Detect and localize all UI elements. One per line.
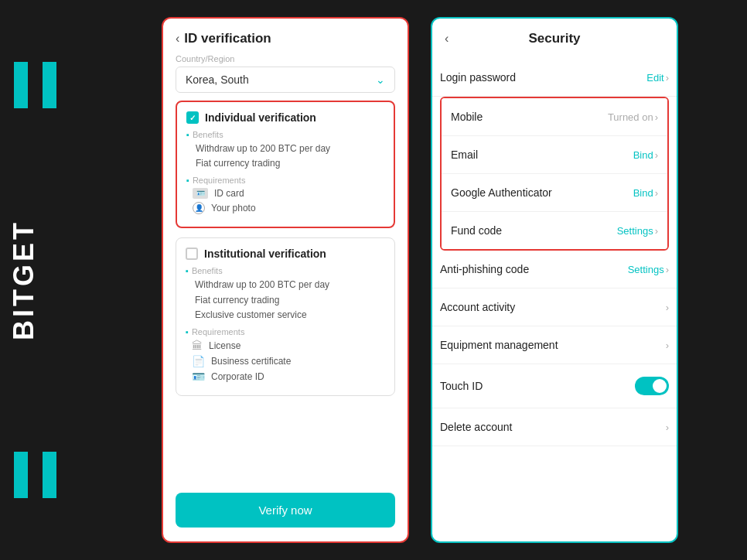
- chevron-right-icon-fund: ›: [655, 225, 658, 237]
- email-label: Email: [451, 149, 478, 161]
- delete-account-item[interactable]: Delete account ›: [432, 408, 677, 446]
- anti-phishing-label: Anti-phishing code: [440, 263, 529, 275]
- touch-id-toggle[interactable]: [635, 377, 669, 395]
- institutional-card-header: Institutional verification: [186, 248, 385, 260]
- individual-benefit-2: Fiat currency trading: [186, 156, 384, 171]
- back-button-left[interactable]: ‹: [176, 32, 179, 46]
- individual-req-1: 🪪 ID card: [186, 188, 384, 199]
- country-section: Country/Region Korea, South ⌄: [163, 54, 408, 101]
- mobile-right: Turned on ›: [608, 111, 658, 123]
- person-icon: 👤: [193, 202, 205, 214]
- chevron-right-icon-equipment: ›: [666, 340, 669, 351]
- verify-now-button[interactable]: Verify now: [176, 493, 395, 528]
- country-value: Korea, South: [186, 73, 249, 86]
- individual-benefits-label: Benefits: [186, 130, 384, 139]
- institutional-verification-card[interactable]: Institutional verification Benefits With…: [176, 237, 395, 396]
- touch-id-label: Touch ID: [440, 380, 483, 392]
- mobile-status: Turned on: [608, 111, 653, 123]
- chevron-down-icon: ⌄: [376, 73, 385, 86]
- account-activity-right: ›: [666, 302, 669, 313]
- equipment-management-right: ›: [666, 340, 669, 351]
- back-button-right[interactable]: ‹: [445, 32, 449, 46]
- equipment-management-item[interactable]: Equipment management ›: [432, 326, 677, 364]
- logo-area: BITGET: [0, 0, 108, 560]
- chevron-right-icon-login: ›: [666, 72, 669, 84]
- fund-code-label: Fund code: [451, 224, 502, 237]
- mobile-label: Mobile: [451, 111, 483, 123]
- institutional-benefit-1: Withdraw up to 200 BTC per day: [186, 278, 385, 292]
- individual-card-title: Individual verification: [205, 111, 316, 124]
- brand-logo: BITGET: [8, 220, 40, 340]
- security-highlight-section: Mobile Turned on › Email Bind ›: [440, 97, 669, 251]
- email-item[interactable]: Email Bind ›: [442, 136, 667, 174]
- institutional-checkbox[interactable]: [186, 248, 198, 260]
- teal-bar-top-right: [43, 62, 56, 108]
- country-dropdown[interactable]: Korea, South ⌄: [176, 67, 395, 93]
- individual-req-2: 👤 Your photo: [186, 202, 384, 214]
- teal-bar-top-left: [14, 62, 28, 108]
- fund-code-action: Settings: [617, 225, 653, 237]
- login-password-action: Edit: [646, 72, 663, 84]
- institutional-benefit-2: Fiat currency trading: [186, 293, 385, 308]
- individual-benefit-1: Withdraw up to 200 BTC per day: [186, 142, 384, 156]
- chevron-right-icon-email: ›: [655, 149, 658, 161]
- chevron-right-icon-delete: ›: [666, 422, 669, 433]
- individual-requirements-label: Requirements: [186, 176, 384, 185]
- panel-header: ‹ ID verification: [163, 19, 408, 54]
- account-activity-item[interactable]: Account activity ›: [432, 289, 677, 326]
- google-auth-label: Google Authenticator: [451, 186, 552, 199]
- institutional-req-2: 📄 Business certificate: [186, 355, 385, 367]
- delete-account-label: Delete account: [440, 421, 512, 433]
- security-header: ‹ Security: [432, 19, 677, 59]
- individual-verification-card[interactable]: Individual verification Benefits Withdra…: [176, 101, 395, 228]
- account-activity-label: Account activity: [440, 301, 515, 313]
- chevron-right-icon-activity: ›: [666, 302, 669, 313]
- equipment-management-label: Equipment management: [440, 339, 558, 351]
- anti-phishing-right: Settings ›: [628, 264, 669, 275]
- login-password-item[interactable]: Login password Edit ›: [432, 59, 677, 97]
- login-password-label: Login password: [440, 71, 516, 84]
- country-label: Country/Region: [176, 54, 395, 63]
- security-title: Security: [528, 31, 580, 46]
- individual-card-header: Individual verification: [186, 111, 384, 124]
- delete-account-right: ›: [666, 422, 669, 433]
- panel-title-left: ID verification: [184, 31, 271, 46]
- institutional-requirements-label: Requirements: [186, 327, 385, 336]
- id-verification-panel: ‹ ID verification Country/Region Korea, …: [162, 17, 409, 543]
- main-container: BITGET ‹ ID verification Country/Region …: [0, 0, 747, 560]
- fund-code-right: Settings ›: [617, 225, 658, 237]
- chevron-right-icon-phishing: ›: [666, 264, 669, 275]
- individual-checkbox[interactable]: [186, 111, 199, 124]
- institutional-benefits-label: Benefits: [186, 266, 385, 275]
- mobile-item[interactable]: Mobile Turned on ›: [442, 98, 667, 136]
- teal-bar-bottom-right: [43, 452, 56, 498]
- institutional-req-3: 🪪 Corporate ID: [186, 370, 385, 383]
- security-panel: ‹ Security Login password Edit › Mobile …: [431, 17, 678, 543]
- google-auth-item[interactable]: Google Authenticator Bind ›: [442, 174, 667, 212]
- login-password-right: Edit ›: [646, 72, 669, 84]
- email-action: Bind: [633, 149, 653, 161]
- chevron-right-icon-mobile: ›: [655, 111, 658, 123]
- anti-phishing-action: Settings: [628, 264, 664, 275]
- google-auth-action: Bind: [633, 187, 653, 199]
- institutional-card-title: Institutional verification: [204, 248, 326, 260]
- teal-bar-bottom-left: [14, 452, 28, 498]
- id-card-icon: 🪪: [193, 188, 208, 199]
- institutional-benefit-3: Exclusive customer service: [186, 308, 385, 323]
- google-auth-right: Bind ›: [633, 187, 658, 199]
- institutional-req-1: 🏛 License: [186, 340, 385, 352]
- anti-phishing-item[interactable]: Anti-phishing code Settings ›: [432, 251, 677, 289]
- touch-id-item[interactable]: Touch ID: [432, 364, 677, 408]
- email-right: Bind ›: [633, 149, 658, 161]
- chevron-right-icon-gauth: ›: [655, 187, 658, 199]
- fund-code-item[interactable]: Fund code Settings ›: [442, 212, 667, 249]
- panels-area: ‹ ID verification Country/Region Korea, …: [162, 17, 678, 543]
